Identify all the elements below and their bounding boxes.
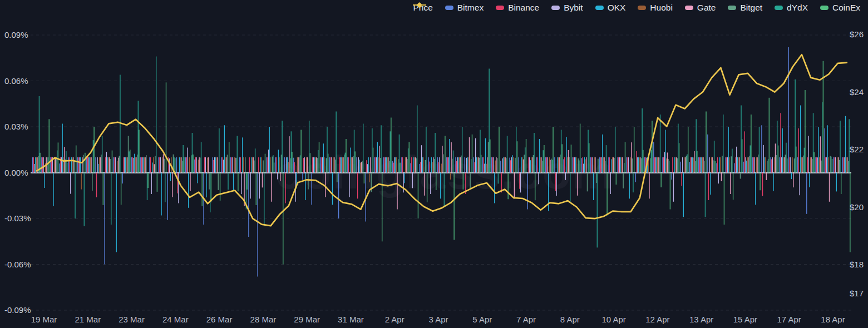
funding-bar	[654, 157, 655, 173]
funding-bar	[269, 127, 270, 173]
legend-item-huobi[interactable]: Huobi	[638, 2, 673, 14]
legend-item-binance[interactable]: Binance	[496, 2, 539, 14]
funding-bar	[192, 133, 193, 173]
funding-bar	[649, 173, 649, 199]
legend-item-bybit[interactable]: Bybit	[551, 2, 583, 14]
bitmex-swatch-icon	[445, 6, 453, 10]
funding-bar	[756, 157, 757, 173]
funding-bar	[422, 157, 423, 173]
funding-bar	[509, 158, 510, 173]
funding-bar	[202, 173, 203, 207]
funding-bar	[653, 142, 654, 173]
funding-bar	[471, 159, 471, 172]
legend-item-bitmex[interactable]: Bitmex	[445, 2, 484, 14]
funding-bar	[384, 157, 385, 173]
funding-bar	[34, 164, 34, 173]
funding-bar	[332, 173, 333, 205]
funding-bar	[396, 157, 397, 173]
funding-bar	[665, 130, 665, 173]
funding-bar	[468, 157, 468, 173]
funding-bar	[193, 155, 193, 173]
funding-bar	[134, 154, 135, 173]
funding-bar	[313, 157, 314, 173]
legend-item-okx[interactable]: OKX	[595, 2, 626, 14]
funding-bar	[461, 156, 461, 173]
funding-bar	[50, 157, 51, 173]
funding-bar	[39, 96, 40, 173]
funding-bar	[382, 173, 382, 242]
legend-item-price[interactable]: Price	[413, 2, 432, 14]
funding-bar	[575, 157, 576, 173]
funding-bar	[409, 142, 410, 173]
funding-bar	[636, 151, 637, 173]
funding-bar	[732, 149, 732, 173]
funding-bar	[693, 157, 694, 172]
funding-bar	[306, 157, 307, 173]
funding-bar	[590, 157, 591, 173]
funding-bar	[836, 173, 837, 192]
funding-bar	[377, 142, 378, 173]
funding-bar	[744, 131, 745, 172]
funding-bar	[234, 157, 235, 173]
funding-bar	[401, 157, 402, 173]
funding-bar	[767, 161, 767, 173]
funding-bar	[293, 158, 294, 173]
funding-bar	[615, 127, 615, 173]
legend-item-gate[interactable]: Gate	[685, 2, 716, 14]
funding-bar	[218, 173, 219, 190]
funding-bar	[458, 157, 458, 173]
funding-bar	[805, 90, 805, 173]
funding-bar	[622, 157, 623, 173]
funding-bar	[95, 157, 96, 173]
funding-bar	[426, 127, 426, 173]
y-left-tick-label: 0.09%	[4, 30, 28, 39]
funding-bar	[383, 157, 384, 173]
funding-bar	[831, 157, 831, 173]
funding-bar	[711, 157, 712, 173]
funding-bar	[285, 173, 286, 203]
funding-bar	[733, 173, 733, 200]
x-tick-label: 19 Mar	[31, 315, 57, 324]
funding-bar	[280, 173, 280, 181]
funding-bar	[739, 157, 739, 173]
funding-bar	[271, 173, 272, 202]
funding-bar	[159, 157, 160, 173]
legend-item-dydx[interactable]: dYdX	[775, 2, 808, 14]
funding-bar	[116, 173, 117, 252]
funding-bar	[680, 162, 681, 173]
funding-bar	[494, 173, 495, 203]
funding-bar	[322, 157, 323, 173]
funding-bar	[420, 162, 421, 172]
funding-bar	[789, 157, 790, 173]
funding-bar	[412, 173, 413, 188]
funding-bar	[64, 147, 65, 172]
funding-bar	[845, 116, 846, 173]
funding-bar	[501, 173, 502, 193]
funding-bar	[844, 157, 845, 173]
chart-canvas[interactable]: 0.09%0.06%0.03%0.00%-0.03%-0.06%-0.09%$2…	[0, 0, 868, 328]
funding-bar	[284, 157, 285, 173]
funding-bar	[637, 157, 638, 173]
coinex-swatch-icon	[820, 6, 828, 10]
funding-bar	[358, 157, 359, 173]
funding-bar	[749, 156, 749, 172]
funding-bar	[437, 157, 438, 173]
legend-item-coinex[interactable]: CoinEx	[820, 2, 860, 14]
x-tick-label: 13 Apr	[689, 315, 713, 324]
funding-bar	[568, 150, 569, 173]
funding-bar	[448, 157, 448, 173]
funding-bar	[676, 157, 677, 173]
funding-bar	[343, 157, 343, 173]
funding-bar	[305, 173, 305, 201]
x-tick-label: 12 Apr	[645, 315, 669, 324]
funding-bar	[324, 157, 324, 173]
legend-item-bitget[interactable]: Bitget	[728, 2, 762, 14]
funding-bar	[344, 155, 344, 173]
funding-bar	[737, 157, 738, 173]
funding-bar	[397, 173, 397, 210]
funding-bar	[791, 173, 792, 180]
funding-bar	[300, 155, 300, 172]
funding-bar	[841, 173, 841, 195]
funding-bar	[361, 162, 362, 172]
funding-bar	[176, 157, 177, 173]
